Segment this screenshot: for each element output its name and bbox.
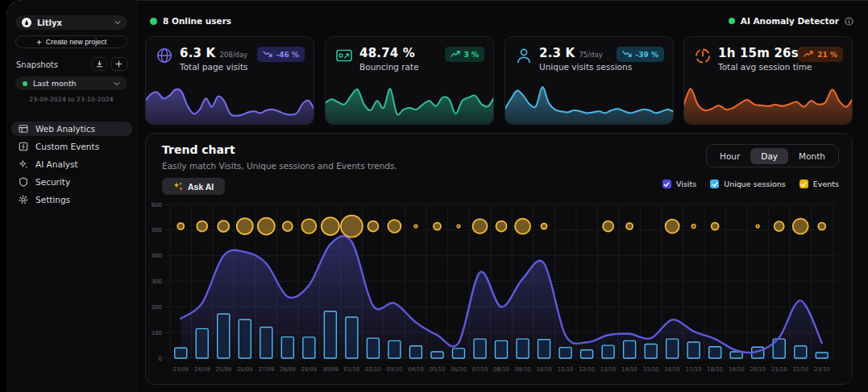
shield-icon [19, 177, 28, 187]
svg-text:08/10: 08/10 [493, 366, 509, 373]
chevron-down-icon [114, 81, 120, 86]
anomaly-status-dot [729, 18, 735, 24]
svg-text:28/09: 28/09 [280, 366, 296, 373]
trend-up-icon [804, 51, 813, 59]
trend-badge: -39 % [617, 47, 664, 62]
stat-value: 6.3 K [180, 46, 215, 60]
svg-text:20/10: 20/10 [750, 366, 766, 373]
sparkline-chart [145, 81, 314, 125]
snapshot-status-dot [23, 81, 27, 86]
svg-text:300: 300 [152, 279, 162, 285]
sidebar-nav: Web Analytics Custom Events AI Analyst S… [11, 122, 132, 210]
stat-card-bouncing-rate: 48.74 % Bouncing rate 3 % [325, 36, 494, 125]
timer-icon [694, 47, 712, 64]
check-icon [712, 181, 718, 188]
interval-hour-button[interactable]: Hour [709, 148, 750, 164]
svg-text:25/09: 25/09 [215, 366, 231, 373]
sidebar-item-security[interactable]: Security [11, 175, 132, 189]
snapshots-label: Snapshots [16, 60, 58, 69]
legend-label: Events [813, 179, 839, 188]
online-users-label: 8 Online users [163, 16, 231, 26]
sparkline-chart [325, 81, 494, 125]
info-icon[interactable] [845, 17, 853, 26]
check-icon [663, 181, 670, 188]
stat-label: Total page visits [180, 62, 248, 72]
chart-legend: Visits Unique sessions Events [662, 179, 839, 188]
svg-text:23/10: 23/10 [814, 366, 830, 373]
sidebar-item-label: Custom Events [35, 142, 99, 151]
sidebar-item-ai-analyst[interactable]: AI Analyst [11, 157, 132, 171]
svg-text:01/10: 01/10 [344, 366, 360, 373]
litlyx-logo-icon [22, 18, 31, 27]
chevron-down-icon [114, 20, 121, 25]
svg-text:12/10: 12/10 [579, 366, 595, 373]
check-icon [800, 181, 807, 188]
sidebar-item-label: Settings [35, 195, 70, 204]
snapshot-download-button[interactable] [91, 57, 107, 71]
svg-text:500: 500 [152, 227, 162, 233]
svg-text:18/10: 18/10 [707, 366, 723, 373]
create-project-button[interactable]: Create new project [15, 35, 127, 48]
trend-chart-plot[interactable]: 010020030040050060023/0924/0925/0926/092… [151, 198, 849, 380]
stat-label: Unique visits sessions [539, 62, 632, 72]
svg-text:15/10: 15/10 [643, 366, 659, 373]
svg-text:30/09: 30/09 [322, 366, 338, 373]
trend-up-icon [451, 51, 460, 59]
badge-text: 21 % [817, 51, 837, 59]
trend-down-icon [622, 51, 632, 59]
svg-text:07/10: 07/10 [472, 366, 488, 373]
sparkline-chart [683, 81, 853, 125]
stat-label: Total avg session time [718, 62, 812, 72]
interval-day-button[interactable]: Day [750, 148, 788, 164]
stat-value: 48.74 % [359, 46, 415, 60]
svg-text:05/10: 05/10 [430, 366, 446, 373]
bounce-icon [335, 47, 353, 64]
svg-text:100: 100 [152, 330, 162, 336]
trend-badge: 21 % [798, 47, 843, 62]
badge-text: -39 % [636, 51, 658, 59]
sidebar-item-label: Security [35, 177, 70, 187]
svg-text:02/10: 02/10 [365, 366, 381, 373]
sparkles-icon [173, 182, 182, 191]
sidebar-item-label: AI Analyst [35, 159, 78, 169]
svg-text:17/10: 17/10 [686, 366, 702, 373]
sidebar: Litlyx Create new project Snapshots Last… [6, 0, 137, 392]
checkbox-visits [662, 179, 671, 188]
project-selector[interactable]: Litlyx [15, 15, 127, 30]
interval-month-button[interactable]: Month [788, 148, 836, 164]
stat-value: 2.3 K [539, 46, 575, 60]
legend-item-events[interactable]: Events [799, 179, 839, 188]
sparkline-chart [505, 81, 674, 125]
anomaly-detector-label: AI Anomaly Detector [741, 16, 839, 26]
trend-badge: -46 % [257, 47, 305, 62]
svg-text:23/09: 23/09 [172, 366, 189, 373]
svg-text:03/10: 03/10 [387, 366, 403, 373]
svg-text:04/10: 04/10 [408, 366, 424, 373]
sidebar-item-label: Web Analytics [35, 124, 95, 134]
sidebar-item-custom-events[interactable]: Custom Events [11, 139, 132, 154]
trend-badge: 3 % [445, 47, 484, 62]
checkbox-unique-sessions [710, 179, 719, 188]
badge-text: -46 % [276, 51, 299, 59]
legend-item-unique-sessions[interactable]: Unique sessions [710, 179, 786, 188]
snapshot-selector[interactable]: Last month [15, 76, 127, 90]
globe-icon [156, 47, 173, 64]
trend-chart-card: Trend chart Easily match Visits, Unique … [145, 133, 853, 385]
svg-text:200: 200 [152, 304, 162, 311]
sidebar-item-settings[interactable]: Settings [11, 192, 132, 207]
plus-icon [115, 60, 123, 68]
svg-text:11/10: 11/10 [558, 366, 574, 373]
project-name: Litlyx [37, 19, 109, 27]
stat-card-total-page-visits: 6.3 K 208/day Total page visits -46 % [145, 36, 314, 125]
plus-icon [36, 39, 42, 45]
svg-text:10/10: 10/10 [536, 366, 552, 373]
svg-text:06/10: 06/10 [451, 366, 467, 373]
snapshot-add-button[interactable] [110, 57, 127, 71]
sidebar-item-web-analytics[interactable]: Web Analytics [11, 122, 132, 136]
legend-item-visits[interactable]: Visits [662, 179, 696, 188]
snapshot-date-range: 23-09-2024 to 23-10-2024 [15, 96, 127, 103]
checkbox-events [799, 179, 808, 188]
ask-ai-button[interactable]: Ask AI [162, 178, 225, 195]
svg-text:13/10: 13/10 [600, 366, 617, 373]
svg-text:22/10: 22/10 [792, 366, 808, 373]
